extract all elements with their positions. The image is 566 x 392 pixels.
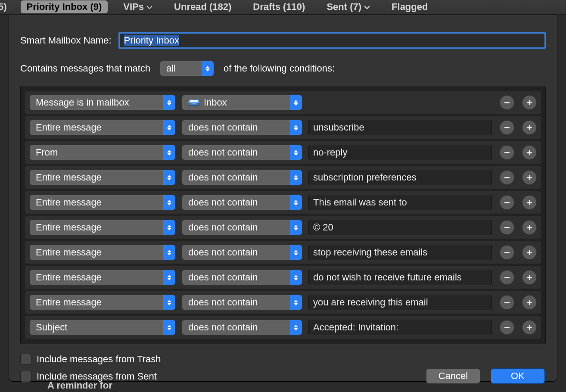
ok-button[interactable]: OK — [491, 368, 545, 384]
rule-value-input[interactable] — [308, 320, 492, 335]
add-rule-button[interactable] — [522, 95, 537, 110]
rule-mailbox-select[interactable]: Inbox — [182, 95, 302, 110]
svg-marker-52 — [167, 275, 171, 277]
rule-operator-select-value: does not contain — [188, 272, 258, 283]
add-rule-button[interactable] — [522, 270, 537, 285]
rule-field-select[interactable]: From — [29, 145, 176, 160]
rule-field-select[interactable]: Entire message — [29, 195, 176, 210]
include-trash-checkbox[interactable] — [20, 354, 31, 365]
rule-operator-select-value: does not contain — [188, 322, 258, 333]
add-rule-button[interactable] — [522, 120, 537, 135]
tab-sent-7[interactable]: Sent (7) — [320, 0, 376, 13]
svg-rect-9 — [529, 100, 530, 105]
rule-field-select-value: Message is in mailbox — [36, 97, 129, 108]
rule-operator-select[interactable]: does not contain — [182, 220, 302, 235]
rule-field-select[interactable]: Message is in mailbox — [29, 95, 176, 110]
svg-marker-27 — [294, 178, 298, 180]
rule-field-select[interactable]: Entire message — [29, 295, 176, 310]
rule-operator-select[interactable]: does not contain — [182, 270, 302, 285]
tab-flagged[interactable]: Flagged — [386, 0, 434, 13]
rule-field-select[interactable]: Entire message — [29, 245, 176, 260]
tab-drafts-110[interactable]: Drafts (110) — [247, 0, 311, 13]
svg-marker-5 — [294, 100, 298, 103]
rule-field-select[interactable]: Entire message — [29, 220, 176, 235]
svg-marker-3 — [167, 103, 171, 106]
rule-field-select[interactable]: Entire message — [29, 170, 176, 185]
include-sent-checkbox[interactable] — [20, 371, 31, 382]
remove-rule-button[interactable] — [500, 245, 514, 260]
rule-operator-select[interactable]: does not contain — [182, 145, 302, 160]
rule-value-input[interactable] — [308, 170, 492, 185]
remove-rule-button[interactable] — [500, 270, 514, 285]
updown-arrows-icon — [163, 170, 175, 185]
rule-row: Message is in mailboxInbox — [25, 91, 541, 114]
add-rule-button[interactable] — [522, 220, 537, 235]
rule-operator-select[interactable]: does not contain — [182, 120, 302, 135]
remove-rule-button[interactable] — [500, 220, 514, 235]
svg-marker-0 — [205, 66, 210, 68]
svg-marker-66 — [167, 325, 171, 327]
match-prefix-label: Contains messages that match — [20, 63, 150, 74]
rule-operator-select-value: does not contain — [188, 222, 258, 233]
updown-arrows-icon — [290, 145, 302, 160]
remove-rule-button[interactable] — [500, 295, 514, 310]
remove-rule-button[interactable] — [500, 195, 514, 210]
add-rule-button[interactable] — [522, 195, 537, 210]
tab-label: VIPs — [123, 1, 144, 12]
svg-rect-21 — [504, 152, 510, 153]
tab-fragment: 5) — [0, 0, 11, 13]
updown-arrows-icon — [290, 170, 302, 185]
updown-arrows-icon — [202, 61, 214, 76]
rule-value-input[interactable] — [308, 220, 492, 235]
cancel-button[interactable]: Cancel — [426, 368, 480, 384]
remove-rule-button[interactable] — [500, 145, 514, 160]
add-rule-button[interactable] — [522, 245, 537, 260]
rule-operator-select[interactable]: does not contain — [182, 195, 302, 210]
add-rule-button[interactable] — [522, 295, 537, 310]
rule-value-input[interactable] — [308, 270, 492, 285]
remove-rule-button[interactable] — [500, 170, 514, 185]
svg-marker-24 — [167, 175, 171, 177]
svg-marker-33 — [294, 200, 298, 202]
rule-operator-select-value: does not contain — [188, 172, 258, 183]
match-mode-select[interactable]: all — [160, 61, 214, 76]
add-rule-button[interactable] — [522, 320, 537, 335]
rule-value-input[interactable] — [308, 295, 492, 310]
rule-row: Entire messagedoes not contain — [25, 191, 541, 214]
updown-arrows-icon — [290, 270, 302, 285]
svg-marker-48 — [294, 253, 298, 255]
remove-rule-button[interactable] — [500, 95, 514, 110]
svg-marker-31 — [167, 200, 171, 202]
rule-operator-select[interactable]: does not contain — [182, 170, 302, 185]
rule-field-select[interactable]: Subject — [29, 320, 176, 335]
rule-field-select[interactable]: Entire message — [29, 120, 176, 135]
remove-rule-button[interactable] — [500, 120, 514, 135]
rule-field-select-value: From — [36, 147, 58, 158]
rule-value-input[interactable] — [308, 195, 492, 210]
rule-value-input[interactable] — [308, 145, 492, 160]
rule-value-input[interactable] — [308, 245, 492, 260]
svg-rect-65 — [529, 300, 530, 305]
svg-rect-56 — [504, 277, 510, 278]
svg-rect-30 — [529, 175, 530, 180]
mail-tab-bar: 5)Priority Inbox (9)VIPsUnread (182)Draf… — [0, 0, 566, 15]
rule-operator-select-value: does not contain — [188, 297, 258, 308]
updown-arrows-icon — [290, 95, 302, 110]
remove-rule-button[interactable] — [500, 320, 514, 335]
rule-operator-select-value: does not contain — [188, 147, 258, 158]
svg-rect-7 — [504, 102, 510, 103]
svg-marker-2 — [167, 100, 171, 103]
rule-operator-select[interactable]: does not contain — [182, 295, 302, 310]
rule-operator-select[interactable]: does not contain — [182, 245, 302, 260]
tab-unread-182[interactable]: Unread (182) — [168, 0, 237, 13]
tab-vips[interactable]: VIPs — [117, 0, 159, 13]
smart-mailbox-name-label: Smart Mailbox Name: — [20, 35, 112, 46]
rule-operator-select[interactable]: does not contain — [182, 320, 302, 335]
rule-value-input[interactable] — [308, 120, 492, 135]
smart-mailbox-name-input[interactable] — [118, 32, 546, 49]
tab-priority-inbox-9[interactable]: Priority Inbox (9) — [21, 0, 108, 13]
svg-rect-4 — [190, 100, 198, 102]
add-rule-button[interactable] — [522, 170, 537, 185]
add-rule-button[interactable] — [522, 145, 537, 160]
rule-field-select[interactable]: Entire message — [29, 270, 176, 285]
